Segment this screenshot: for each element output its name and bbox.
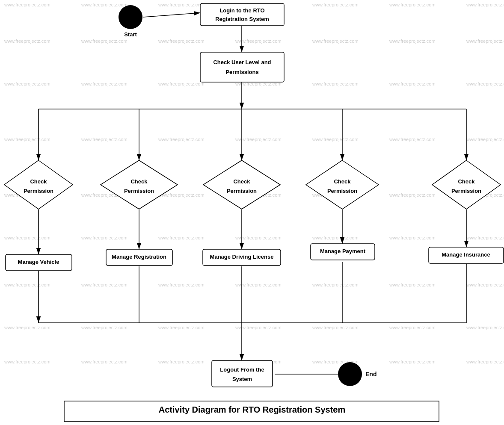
diagram-title: Activity Diagram for RTO Registration Sy… [159, 405, 345, 414]
svg-text:www.freeprojectz.com: www.freeprojectz.com [4, 235, 50, 240]
check-perm5-label1: Check [458, 178, 475, 185]
logout-box [212, 360, 273, 387]
svg-text:www.freeprojectz.com: www.freeprojectz.com [158, 192, 205, 198]
svg-text:www.freeprojectz.com: www.freeprojectz.com [312, 235, 359, 240]
manage-driving-label: Manage Driving License [210, 254, 274, 260]
end-circle [338, 362, 362, 386]
svg-text:www.freeprojectz.com: www.freeprojectz.com [312, 325, 359, 330]
svg-text:www.freeprojectz.com: www.freeprojectz.com [466, 325, 504, 330]
svg-text:www.freeprojectz.com: www.freeprojectz.com [158, 282, 205, 287]
svg-text:www.freeprojectz.com: www.freeprojectz.com [4, 2, 50, 7]
svg-text:www.freeprojectz.com: www.freeprojectz.com [389, 192, 436, 198]
check-perm1-label2: Permission [24, 188, 53, 194]
svg-text:www.freeprojectz.com: www.freeprojectz.com [81, 325, 127, 330]
svg-text:www.freeprojectz.com: www.freeprojectz.com [312, 81, 359, 86]
svg-text:www.freeprojectz.com: www.freeprojectz.com [466, 38, 504, 44]
svg-text:www.freeprojectz.com: www.freeprojectz.com [81, 38, 127, 44]
check-perm3-label2: Permission [227, 188, 257, 194]
svg-text:www.freeprojectz.com: www.freeprojectz.com [466, 235, 504, 240]
svg-text:www.freeprojectz.com: www.freeprojectz.com [312, 282, 359, 287]
svg-text:www.freeprojectz.com: www.freeprojectz.com [158, 2, 205, 7]
svg-text:www.freeprojectz.com: www.freeprojectz.com [466, 2, 504, 7]
start-circle [119, 5, 142, 29]
check-perm2-label1: Check [130, 178, 148, 185]
svg-text:www.freeprojectz.com: www.freeprojectz.com [4, 325, 50, 330]
manage-registration-label: Manage Registration [112, 254, 166, 260]
check-perm4-label2: Permission [327, 188, 357, 194]
svg-text:www.freeprojectz.com: www.freeprojectz.com [312, 2, 359, 7]
logout-label2: System [232, 376, 252, 382]
svg-text:www.freeprojectz.com: www.freeprojectz.com [466, 359, 504, 364]
svg-text:www.freeprojectz.com: www.freeprojectz.com [81, 359, 127, 364]
svg-text:www.freeprojectz.com: www.freeprojectz.com [389, 2, 436, 7]
svg-line-65 [143, 13, 200, 17]
svg-text:www.freeprojectz.com: www.freeprojectz.com [4, 282, 50, 287]
check-perm4-label1: Check [334, 178, 351, 185]
svg-text:www.freeprojectz.com: www.freeprojectz.com [312, 38, 359, 44]
svg-text:www.freeprojectz.com: www.freeprojectz.com [4, 137, 50, 142]
svg-text:www.freeprojectz.com: www.freeprojectz.com [389, 235, 436, 240]
check-user-label1: Check User Level and [213, 59, 271, 65]
svg-text:www.freeprojectz.com: www.freeprojectz.com [389, 137, 436, 142]
svg-text:www.freeprojectz.com: www.freeprojectz.com [466, 137, 504, 142]
svg-text:www.freeprojectz.com: www.freeprojectz.com [466, 282, 504, 287]
svg-text:www.freeprojectz.com: www.freeprojectz.com [158, 325, 205, 330]
svg-text:www.freeprojectz.com: www.freeprojectz.com [158, 235, 205, 240]
manage-payment-label: Manage Payment [320, 248, 366, 254]
svg-text:www.freeprojectz.com: www.freeprojectz.com [312, 137, 359, 142]
svg-text:www.freeprojectz.com: www.freeprojectz.com [81, 81, 127, 86]
end-label: End [365, 371, 377, 378]
svg-text:www.freeprojectz.com: www.freeprojectz.com [389, 282, 436, 287]
start-label: Start [124, 31, 137, 38]
manage-insurance-label: Manage Insurance [442, 251, 490, 258]
login-label2: Registration System [215, 16, 269, 22]
svg-text:www.freeprojectz.com: www.freeprojectz.com [81, 235, 127, 240]
svg-text:www.freeprojectz.com: www.freeprojectz.com [81, 2, 127, 7]
svg-text:www.freeprojectz.com: www.freeprojectz.com [4, 359, 50, 364]
check-user-box [200, 52, 284, 82]
svg-text:www.freeprojectz.com: www.freeprojectz.com [389, 81, 436, 86]
logout-label1: Logout From the [220, 366, 264, 373]
svg-text:www.freeprojectz.com: www.freeprojectz.com [158, 359, 205, 364]
svg-text:www.freeprojectz.com: www.freeprojectz.com [4, 81, 50, 86]
check-perm1-label1: Check [30, 178, 47, 185]
svg-text:www.freeprojectz.com: www.freeprojectz.com [81, 137, 127, 142]
diagram-container: www.freeprojectz.com www.freeprojectz.co… [0, 0, 504, 425]
login-label: Login to the RTO [219, 7, 264, 14]
check-perm5-label2: Permission [451, 188, 481, 194]
svg-text:www.freeprojectz.com: www.freeprojectz.com [389, 38, 436, 44]
manage-vehicle-label: Manage Vehicle [18, 259, 59, 265]
svg-text:www.freeprojectz.com: www.freeprojectz.com [466, 81, 504, 86]
svg-text:www.freeprojectz.com: www.freeprojectz.com [158, 81, 205, 86]
svg-text:www.freeprojectz.com: www.freeprojectz.com [81, 282, 127, 287]
check-perm3-label1: Check [233, 178, 250, 185]
svg-text:www.freeprojectz.com: www.freeprojectz.com [389, 359, 436, 364]
check-user-label2: Permissions [225, 69, 258, 75]
svg-text:www.freeprojectz.com: www.freeprojectz.com [158, 38, 205, 44]
svg-text:www.freeprojectz.com: www.freeprojectz.com [4, 38, 50, 44]
svg-text:www.freeprojectz.com: www.freeprojectz.com [389, 325, 436, 330]
svg-text:www.freeprojectz.com: www.freeprojectz.com [158, 137, 205, 142]
check-perm2-label2: Permission [124, 188, 154, 194]
